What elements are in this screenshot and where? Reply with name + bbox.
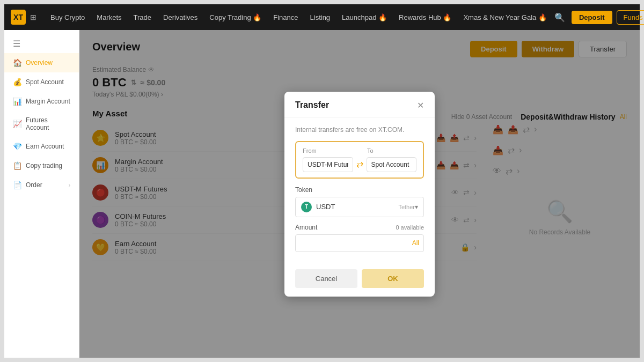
from-select-wrapper: USDT-M Futures Spot Account Margin Accou… <box>303 157 353 172</box>
nav-right: 🔍 Deposit Funds Order 👤 🔔 Download Engli… <box>552 10 644 25</box>
sidebar-order-label: Order <box>26 181 42 189</box>
amount-section: Amount 0 available All <box>295 224 424 252</box>
nav-buy-crypto[interactable]: Buy Crypto <box>45 13 90 21</box>
sidebar-item-overview[interactable]: 🏠 Overview <box>4 53 79 72</box>
token-icon: T <box>301 202 312 212</box>
search-icon[interactable]: 🔍 <box>552 12 567 23</box>
transfer-from-to: From To USDT-M Futures Spot Account Marg… <box>295 141 424 179</box>
sidebar-futures-label: Futures Account <box>26 116 70 131</box>
modal-title: Transfer <box>295 100 329 110</box>
token-label: Token <box>295 186 424 194</box>
sidebar-item-margin[interactable]: 📊 Margin Account <box>4 92 79 111</box>
main-content: Overview Deposit Withdraw Transfer Estim… <box>79 30 640 358</box>
modal-subtitle: Internal transfers are free on XT.COM. <box>295 126 424 134</box>
modal-footer: Cancel OK <box>284 269 435 297</box>
navbar: XT ⊞ Buy Crypto Markets Trade Derivative… <box>4 4 640 30</box>
from-select[interactable]: USDT-M Futures Spot Account Margin Accou… <box>303 157 353 172</box>
sidebar-copy-label: Copy trading <box>26 162 62 169</box>
logo[interactable]: XT <box>11 10 26 25</box>
token-name: USDT <box>316 203 396 211</box>
logo-icon: XT <box>11 10 26 25</box>
modal-body: Internal transfers are free on XT.COM. F… <box>284 117 435 269</box>
deposit-nav-button[interactable]: Deposit <box>572 11 612 24</box>
swap-icon[interactable]: ⇄ <box>355 159 364 169</box>
order-icon: 📄 <box>13 181 21 189</box>
token-sub: Tether <box>398 204 415 210</box>
amount-label: Amount <box>295 224 317 231</box>
cancel-button[interactable]: Cancel <box>295 269 357 288</box>
sidebar-item-spot[interactable]: 💰 Spot Account <box>4 72 79 92</box>
sidebar-item-futures[interactable]: 📈 Futures Account <box>4 111 79 137</box>
modal-overlay[interactable]: Transfer ✕ Internal transfers are free o… <box>79 30 640 358</box>
nav-derivatives[interactable]: Derivatives <box>158 13 203 21</box>
nav-copy-trading[interactable]: Copy Trading 🔥 <box>204 13 267 21</box>
nav-finance[interactable]: Finance <box>268 13 303 21</box>
amount-header: Amount 0 available <box>295 224 424 231</box>
token-dropdown-icon: ▾ <box>415 203 418 211</box>
sidebar: ☰ 🏠 Overview 💰 Spot Account 📊 Margin Acc… <box>4 30 79 358</box>
from-label: From <box>303 147 352 154</box>
page-wrapper: XT ⊞ Buy Crypto Markets Trade Derivative… <box>0 0 644 362</box>
sidebar-item-order[interactable]: 📄 Order › <box>4 175 79 195</box>
nav-xmas[interactable]: Xmas & New Year Gala 🔥 <box>458 13 552 21</box>
margin-icon: 📊 <box>13 97 21 106</box>
to-select-wrapper: Spot Account USDT-M Futures Margin Accou… <box>367 157 417 172</box>
sidebar-item-earn[interactable]: 💎 Earn Account <box>4 137 79 156</box>
modal-header: Transfer ✕ <box>284 92 435 117</box>
to-select[interactable]: Spot Account USDT-M Futures Margin Accou… <box>367 157 417 172</box>
nav-launchpad[interactable]: Launchpad 🔥 <box>336 13 392 21</box>
copy-trading-icon: 📋 <box>13 161 21 170</box>
sidebar-spot-label: Spot Account <box>26 78 64 86</box>
sidebar-overview-label: Overview <box>26 59 53 67</box>
sidebar-earn-label: Earn Account <box>26 143 64 150</box>
earn-icon: 💎 <box>13 142 21 151</box>
sidebar-item-copy-trading[interactable]: 📋 Copy trading <box>4 156 79 175</box>
futures-icon: 📈 <box>13 120 21 128</box>
overview-icon: 🏠 <box>13 58 21 67</box>
nav-listing[interactable]: Listing <box>305 13 336 21</box>
sidebar-margin-label: Margin Account <box>26 98 70 105</box>
main-layout: ☰ 🏠 Overview 💰 Spot Account 📊 Margin Acc… <box>4 30 640 358</box>
modal-close-button[interactable]: ✕ <box>417 100 424 110</box>
token-select[interactable]: T USDT Tether ▾ <box>295 197 424 217</box>
from-to-labels: From To <box>303 147 416 154</box>
amount-input-wrapper: All <box>295 234 424 252</box>
nav-items: Buy Crypto Markets Trade Derivatives Cop… <box>45 13 552 21</box>
amount-input[interactable] <box>296 235 423 252</box>
nav-trade[interactable]: Trade <box>128 13 157 21</box>
to-label: To <box>367 147 416 154</box>
amount-available: 0 available <box>396 224 424 231</box>
from-to-selects: USDT-M Futures Spot Account Margin Accou… <box>303 157 416 172</box>
hamburger-icon[interactable]: ☰ <box>4 34 79 53</box>
nav-rewards-hub[interactable]: Rewards Hub 🔥 <box>393 13 457 21</box>
chevron-right-icon: › <box>69 182 70 188</box>
amount-all-button[interactable]: All <box>412 239 419 247</box>
grid-icon[interactable]: ⊞ <box>30 13 36 21</box>
token-section: Token T USDT Tether ▾ <box>295 186 424 217</box>
funds-nav-button[interactable]: Funds <box>617 10 644 25</box>
ok-button[interactable]: OK <box>362 269 424 288</box>
nav-markets[interactable]: Markets <box>91 13 127 21</box>
transfer-modal: Transfer ✕ Internal transfers are free o… <box>284 92 435 297</box>
spot-icon: 💰 <box>13 78 21 86</box>
